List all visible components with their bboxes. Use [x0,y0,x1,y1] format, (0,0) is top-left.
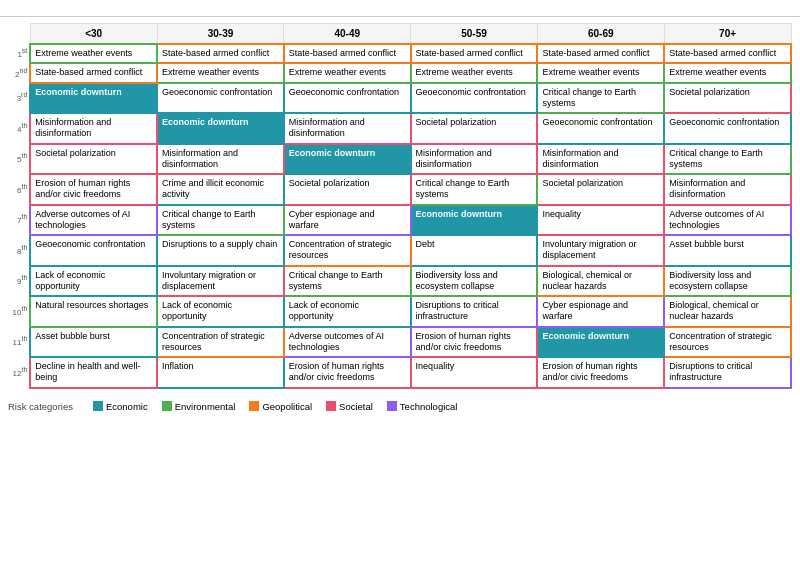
column-header: <30 [30,24,157,45]
table-cell: Lack of economic opportunity [30,266,157,297]
table-cell: Adverse outcomes of AI technologies [30,205,157,236]
table-cell: Misinformation and disinformation [284,113,411,144]
table-cell: State-based armed conflict [411,44,538,63]
table-cell: Economic downturn [157,113,284,144]
rank-cell: 5th [8,144,30,175]
risk-table: <3030-3940-4950-5960-6970+ 1stExtreme we… [8,23,792,389]
legend-item-label: Environmental [175,401,236,412]
table-cell: Societal polarization [30,144,157,175]
rank-cell: 4th [8,113,30,144]
table-wrap: <3030-3940-4950-5960-6970+ 1stExtreme we… [0,17,800,395]
table-cell: Extreme weather events [30,44,157,63]
table-cell: Biological, chemical or nuclear hazards [537,266,664,297]
table-cell: Disruptions to critical infrastructure [411,296,538,327]
table-cell: Misinformation and disinformation [30,113,157,144]
table-cell: Lack of economic opportunity [284,296,411,327]
table-cell: Geoeconomic confrontation [157,83,284,114]
table-cell: Misinformation and disinformation [411,144,538,175]
column-header: 40-49 [284,24,411,45]
table-cell: Decline in health and well-being [30,357,157,388]
rank-cell: 7th [8,205,30,236]
table-cell: Extreme weather events [537,63,664,82]
legend-label: Risk categories [8,401,73,412]
table-cell: Lack of economic opportunity [157,296,284,327]
table-cell: Critical change to Earth systems [157,205,284,236]
legend-swatch [162,401,172,411]
legend-item: Societal [326,401,373,412]
table-cell: Economic downturn [284,144,411,175]
table-cell: Extreme weather events [664,63,791,82]
legend-swatch [249,401,259,411]
table-cell: Disruptions to a supply chain [157,235,284,266]
table-cell: Extreme weather events [157,63,284,82]
rank-cell: 6th [8,174,30,205]
table-cell: Critical change to Earth systems [284,266,411,297]
legend-swatch [387,401,397,411]
table-cell: Concentration of strategic resources [284,235,411,266]
table-cell: Biodiversity loss and ecosystem collapse [411,266,538,297]
table-cell: Cyber espionage and warfare [537,296,664,327]
table-cell: Geoeconomic confrontation [284,83,411,114]
column-header: 70+ [664,24,791,45]
table-cell: Biological, chemical or nuclear hazards [664,296,791,327]
table-cell: Adverse outcomes of AI technologies [284,327,411,358]
table-cell: Critical change to Earth systems [537,83,664,114]
rank-cell: 3rd [8,83,30,114]
rank-cell: 9th [8,266,30,297]
rank-cell: 1st [8,44,30,63]
table-cell: State-based armed conflict [30,63,157,82]
legend-swatch [93,401,103,411]
legend-item-label: Geopolitical [262,401,312,412]
table-cell: Cyber espionage and warfare [284,205,411,236]
table-cell: Concentration of strategic resources [157,327,284,358]
legend-item: Geopolitical [249,401,312,412]
rank-cell: 2nd [8,63,30,82]
table-cell: Erosion of human rights and/or civic fre… [537,357,664,388]
table-cell: Geoeconomic confrontation [664,113,791,144]
table-cell: Misinformation and disinformation [664,174,791,205]
table-cell: Societal polarization [284,174,411,205]
table-cell: Concentration of strategic resources [664,327,791,358]
table-cell: Adverse outcomes of AI technologies [664,205,791,236]
header [0,0,800,17]
column-header: 60-69 [537,24,664,45]
table-cell: Involuntary migration or displacement [157,266,284,297]
table-cell: Misinformation and disinformation [157,144,284,175]
legend-item-label: Technological [400,401,458,412]
table-cell: Extreme weather events [284,63,411,82]
table-cell: State-based armed conflict [664,44,791,63]
column-header: 30-39 [157,24,284,45]
table-cell: Erosion of human rights and/or civic fre… [284,357,411,388]
table-cell: Geoeconomic confrontation [30,235,157,266]
legend-item-label: Economic [106,401,148,412]
table-cell: Economic downturn [411,205,538,236]
legend-item: Technological [387,401,458,412]
table-cell: State-based armed conflict [157,44,284,63]
table-cell: Critical change to Earth systems [664,144,791,175]
table-cell: Societal polarization [664,83,791,114]
table-cell: Erosion of human rights and/or civic fre… [411,327,538,358]
legend: Risk categoriesEconomicEnvironmentalGeop… [0,395,800,416]
table-cell: Inflation [157,357,284,388]
table-cell: Involuntary migration or displacement [537,235,664,266]
table-cell: Biodiversity loss and ecosystem collapse [664,266,791,297]
table-cell: Natural resources shortages [30,296,157,327]
table-cell: Societal polarization [537,174,664,205]
table-cell: Disruptions to critical infrastructure [664,357,791,388]
table-cell: Debt [411,235,538,266]
table-cell: Asset bubble burst [30,327,157,358]
table-cell: Economic downturn [537,327,664,358]
rank-cell: 11th [8,327,30,358]
legend-item-label: Societal [339,401,373,412]
table-cell: Inequality [537,205,664,236]
column-header: 50-59 [411,24,538,45]
table-cell: State-based armed conflict [537,44,664,63]
table-cell: Misinformation and disinformation [537,144,664,175]
table-cell: Economic downturn [30,83,157,114]
table-cell: Critical change to Earth systems [411,174,538,205]
rank-cell: 12th [8,357,30,388]
table-cell: Societal polarization [411,113,538,144]
legend-item: Economic [93,401,148,412]
table-cell: Erosion of human rights and/or civic fre… [30,174,157,205]
rank-cell: 10th [8,296,30,327]
